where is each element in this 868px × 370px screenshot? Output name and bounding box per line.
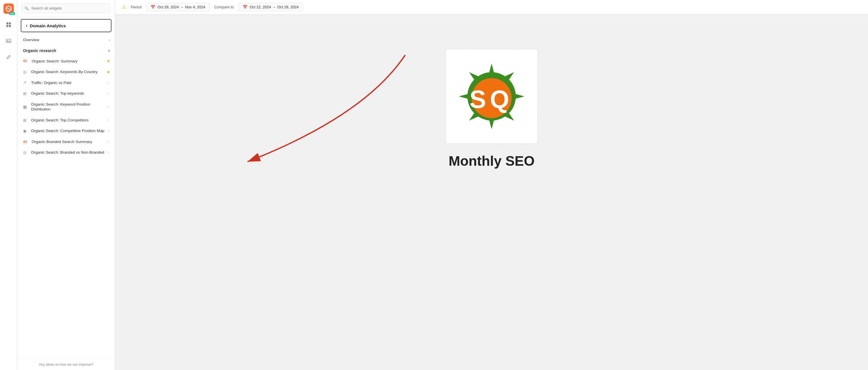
branded-search-label: Organic Branded Search Summary (32, 139, 92, 144)
date-range-1-text: Oct 29, 2024 – Nov 4, 2024 (158, 5, 205, 9)
sidebar-bottom: Any ideas on how we can improve? (17, 359, 115, 370)
svg-rect-2 (9, 23, 11, 25)
organic-search-summary-label: Organic Search: Summary (32, 59, 78, 64)
top-keywords-label: Organic Search: Top keywords (31, 91, 84, 96)
sidebar-bottom-text[interactable]: Any ideas on how we can improve? (39, 363, 93, 367)
item-number-42-2: 42 (23, 140, 29, 144)
sidebar-item-competitive-position[interactable]: ◉ Organic Search: Competitive Position M… (17, 126, 115, 136)
domain-analytics-header[interactable]: ‹ Domain Analytics (21, 19, 112, 32)
overview-label: Overview (23, 37, 39, 42)
star-icon-empty-1[interactable]: ☆ (106, 80, 110, 85)
back-arrow-icon: ‹ (26, 23, 27, 28)
competitive-position-label: Organic Search: Competitive Position Map (31, 128, 104, 134)
keywords-country-label: Organic Search: Keywords By Country (31, 69, 98, 74)
traffic-label: Traffic: Organic vs Paid (31, 80, 71, 86)
calendar-icon-1: 📅 (151, 5, 155, 9)
date-range-2-text: Oct 22, 2024 – Oct 28, 2024 (250, 5, 299, 9)
keyword-position-label: Organic Search: Keyword Position Distrib… (31, 102, 106, 112)
main-content: ⚠ Period 📅 Oct 29, 2024 – Nov 4, 2024 Co… (115, 0, 868, 370)
icon-bar: new (0, 0, 17, 370)
star-icon-empty-6[interactable]: ☆ (106, 139, 110, 144)
sidebar: ‹ Domain Analytics Overview › Organic re… (17, 0, 115, 370)
date-range-2[interactable]: 📅 Oct 22, 2024 – Oct 28, 2024 (239, 3, 303, 11)
compare-label: Compare to (214, 5, 234, 9)
trend-icon: ↗ (23, 80, 28, 85)
sidebar-item-overview[interactable]: Overview › (17, 35, 115, 45)
star-icon-empty-2[interactable]: ☆ (106, 91, 110, 96)
sidebar-item-branded-search[interactable]: 42 Organic Branded Search Summary ☆ (17, 136, 115, 147)
sidebar-search-area (17, 0, 115, 17)
new-badge: new (9, 12, 15, 15)
date-range-1[interactable]: 📅 Oct 29, 2024 – Nov 4, 2024 (146, 3, 210, 11)
nav-icon-widgets[interactable] (3, 20, 14, 30)
nav-icon-image[interactable] (3, 36, 14, 46)
monthly-seo-heading: Monthly SEO (449, 153, 535, 169)
star-icon-empty-4[interactable]: ☆ (106, 118, 110, 123)
organic-research-label: Organic research (23, 48, 56, 53)
svg-rect-4 (9, 25, 11, 27)
svg-text:S: S (469, 86, 485, 113)
search-input[interactable] (22, 3, 110, 13)
chevron-right-icon: › (109, 38, 110, 42)
bar-icon: ▦ (23, 104, 28, 109)
content-area: S Q Monthly SEO (115, 14, 868, 370)
star-icon-active[interactable]: ★ (106, 59, 110, 63)
chevron-down-icon: ∨ (108, 48, 110, 53)
logo-card: S Q (445, 49, 538, 144)
scatter-icon: ◉ (23, 129, 28, 133)
branded-vs-label: Organic Search: Branded vs Non-Branded (31, 150, 104, 155)
svg-text:Q: Q (490, 86, 509, 113)
star-icon-empty-7[interactable]: ☆ (106, 150, 110, 155)
star-icon-empty-5[interactable]: ☆ (106, 129, 110, 133)
star-icon-empty-3[interactable]: ☆ (106, 104, 110, 109)
chart-icon: ◎ (23, 70, 28, 74)
star-icon-active-2[interactable]: ★ (106, 70, 110, 74)
warning-icon: ⚠ (122, 4, 126, 10)
topbar: ⚠ Period 📅 Oct 29, 2024 – Nov 4, 2024 Co… (115, 0, 868, 14)
sidebar-item-keywords-country[interactable]: ◎ Organic Search: Keywords By Country ★ (17, 66, 115, 77)
grid-icon: ⊞ (23, 118, 28, 123)
period-label: Period (131, 5, 142, 9)
svg-rect-1 (6, 23, 8, 25)
svg-rect-3 (6, 25, 8, 27)
donut-icon: ◎ (23, 150, 28, 155)
item-number-42: 42 (23, 59, 29, 63)
domain-analytics-title: Domain Analytics (30, 23, 66, 28)
period-warning: ⚠ (122, 4, 126, 10)
sidebar-item-organic-research[interactable]: Organic research ∨ (17, 45, 115, 56)
table-icon: ⊞ (23, 91, 28, 96)
sidebar-item-top-keywords[interactable]: ⊞ Organic Search: Top keywords ☆ (17, 88, 115, 99)
nav-icon-edit[interactable] (3, 52, 14, 62)
sidebar-item-top-competitors[interactable]: ⊞ Organic Search: Top Competitors ☆ (17, 115, 115, 126)
sidebar-item-traffic[interactable]: ↗ Traffic: Organic vs Paid ☆ (17, 77, 115, 88)
top-competitors-label: Organic Search: Top Competitors (31, 118, 88, 123)
calendar-icon-2: 📅 (243, 5, 247, 9)
app-logo[interactable]: new (3, 3, 14, 14)
sidebar-item-keyword-position[interactable]: ▦ Organic Search: Keyword Position Distr… (17, 99, 115, 115)
sidebar-item-branded-vs-nonbranded[interactable]: ◎ Organic Search: Branded vs Non-Branded… (17, 147, 115, 158)
sidebar-list: Overview › Organic research ∨ 42 Organic… (17, 35, 115, 359)
sidebar-item-organic-search-summary[interactable]: 42 Organic Search: Summary ★ (17, 56, 115, 67)
sq-logo: S Q (457, 62, 526, 131)
